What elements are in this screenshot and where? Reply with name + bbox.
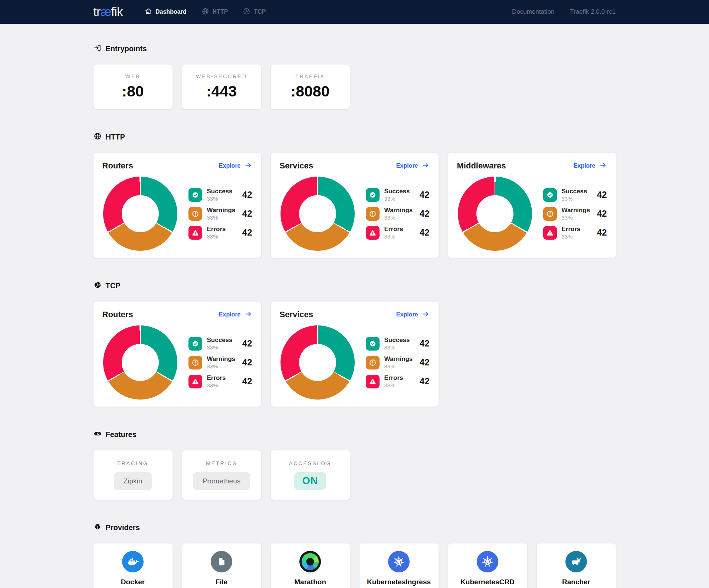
legend-percent: 33% [207,382,237,388]
nav-item-http[interactable]: HTTP [201,7,228,17]
navbar: træfik Dashboard HTTP TCP [0,0,709,24]
legend-row-errors: Errors33% 42 [366,374,430,388]
card-title: Services [280,161,314,171]
legend-value: 42 [242,190,252,200]
legend-percent: 33% [384,382,415,388]
globe-icon [93,132,102,142]
provider-card-marathon: Marathon [271,543,350,588]
provider-card-file: File [182,543,261,588]
feature-value-pill: Zipkin [114,472,152,490]
legend: Success33% 42 Warnings33% 42 Errors33% 4… [188,336,252,388]
explore-label: Explore [219,162,241,169]
card-title: Middlewares [457,161,506,171]
legend-row-warnings: Warnings33% 42 [543,207,607,221]
legend-value: 42 [242,376,252,387]
version-label: Traefik 2.0.0-rc1 [570,8,616,16]
warning-circle-icon [188,207,202,221]
explore-label: Explore [574,162,595,169]
legend-percent: 33% [207,233,237,240]
legend-label: Errors [562,226,592,233]
section-features-header: Features [93,430,616,439]
globe-icon [201,7,209,17]
legend-value: 42 [420,376,430,387]
nav-label: Dashboard [155,9,187,15]
legend-row-warnings: Warnings33% 42 [188,355,252,369]
legend-label: Errors [207,374,237,382]
success-check-icon [366,188,380,202]
legend-value: 42 [420,190,430,200]
http-services-card: Services Explore Success33% 42 War [271,153,439,258]
traefik-logo[interactable]: træfik [93,5,123,19]
section-title: Providers [106,523,140,532]
entrypoint-card-web-secured: WEB-SECURED :443 [182,65,261,109]
section-http-header: HTTP [93,132,616,142]
legend-label: Success [384,188,415,195]
legend-value: 42 [597,208,607,219]
legend-row-success: Success33% 42 [366,336,430,351]
legend-percent: 33% [384,344,415,351]
warning-circle-icon [188,356,202,369]
provider-label: KubernetesIngress [367,578,431,586]
explore-link[interactable]: Explore [219,161,252,171]
provider-card-kubernetescrd: KubernetesCRD [448,543,527,588]
section-tcp-header: TCP [93,281,616,290]
section-title: TCP [106,282,121,290]
legend-value: 42 [242,227,252,238]
arrow-right-icon [244,310,252,319]
nav-label: TCP [254,9,266,15]
legend-value: 42 [242,357,252,368]
explore-link[interactable]: Explore [396,310,430,319]
provider-label: KubernetesCRD [460,578,515,586]
warning-circle-icon [543,207,557,221]
entrypoint-card-web: WEB :80 [93,65,173,109]
legend-percent: 33% [384,363,415,369]
provider-label: File [216,578,228,586]
legend-row-errors: Errors33% 42 [188,226,252,240]
explore-link[interactable]: Explore [219,310,252,319]
http-middlewares-card: Middlewares Explore Success33% 42 [448,153,616,258]
legend: Success33% 42 Warnings33% 42 Errors33% 4… [366,188,430,240]
home-icon [144,7,152,17]
logo-text: fik [111,5,123,19]
explore-link[interactable]: Explore [574,161,607,171]
documentation-link[interactable]: Documentation [512,8,554,16]
nav-item-dashboard[interactable]: Dashboard [144,7,187,17]
legend-label: Warnings [207,355,237,363]
nav-item-tcp[interactable]: TCP [243,7,266,17]
donut-chart [103,177,177,251]
legend-value: 42 [420,227,430,238]
legend-value: 42 [597,227,607,238]
entrypoint-value: :8080 [291,83,330,100]
provider-card-docker: Docker [93,543,173,588]
legend-value: 42 [242,338,252,349]
tcp-ball-icon [93,281,102,290]
legend-percent: 33% [384,214,415,221]
warning-circle-icon [366,356,380,369]
feature-card-accesslog: ACCESSLOG ON [271,450,350,500]
legend-percent: 33% [207,214,237,221]
legend-row-warnings: Warnings33% 42 [188,207,252,221]
explore-link[interactable]: Explore [396,161,430,171]
error-triangle-icon [366,375,380,388]
feature-label: TRACING [117,460,148,466]
entrypoint-label: WEB-SECURED [196,73,247,79]
explore-label: Explore [396,162,418,169]
success-check-icon [366,337,380,351]
arrow-right-icon [422,161,430,171]
kubernetes-helm-icon [477,551,498,572]
provider-label: Docker [121,578,145,586]
legend-percent: 33% [207,196,237,202]
legend-percent: 33% [384,233,415,240]
card-title: Services [280,310,314,319]
card-title: Routers [102,161,133,171]
sign-in-icon [93,44,102,53]
cube-icon [93,523,102,532]
legend: Success33% 42 Warnings33% 42 Errors33% 4… [188,188,252,240]
donut-chart [280,325,355,400]
success-check-icon [543,188,557,202]
legend-percent: 33% [562,214,592,221]
kubernetes-helm-icon [388,551,410,572]
donut-chart [103,325,177,400]
error-triangle-icon [543,226,557,240]
legend-label: Success [207,336,237,344]
